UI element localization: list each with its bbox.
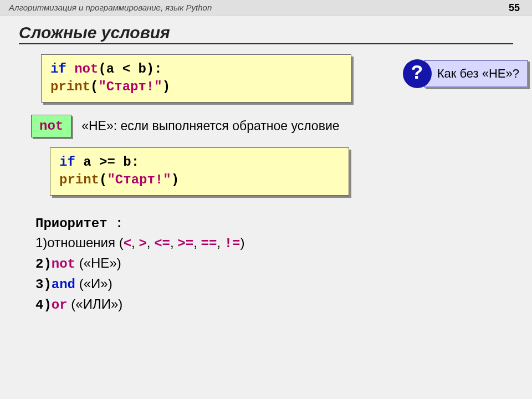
keyword-not: not [74, 62, 98, 76]
fn-print: print [59, 172, 99, 187]
args-open: ( [99, 172, 107, 187]
priority-line-1: 1)отношения (<, >, <=, >=, ==, !=) [35, 233, 513, 254]
p4-num: 4) [35, 298, 52, 313]
kw-and: and [52, 277, 75, 292]
code-block-2: if a >= b: print("Старт!") [50, 147, 349, 196]
op-gt: > [139, 236, 146, 251]
keyword-if: if [59, 155, 75, 170]
not-description: «НЕ»: если выполняется обратное условие [81, 119, 339, 134]
not-badge: not [31, 115, 71, 137]
op-eq: == [201, 236, 217, 251]
string-literal: "Старт!" [98, 79, 162, 94]
op-ge: >= [177, 236, 193, 251]
p3-suffix: («И») [75, 276, 112, 291]
p4-suffix: («ИЛИ») [68, 296, 123, 311]
slide-content: Сложные условия if not(a < b): print("Ст… [0, 16, 532, 315]
page-number: 55 [509, 2, 520, 14]
expr: a >= b: [75, 155, 139, 170]
header-title: Алгоритмизация и программирование, язык … [9, 3, 212, 12]
callout-text: Как без «НЕ»? [424, 60, 528, 88]
op-ne: != [224, 236, 241, 251]
sep: , [193, 235, 201, 250]
args-close: ) [171, 172, 179, 187]
header-bar: Алгоритмизация и программирование, язык … [0, 0, 532, 16]
kw-not: not [52, 257, 75, 272]
sep: , [131, 235, 139, 250]
expr: a < b [106, 62, 146, 76]
paren-open: ( [98, 62, 106, 76]
args-open: ( [90, 79, 98, 94]
kw-or: or [52, 298, 68, 313]
p3-num: 3) [35, 277, 52, 292]
question-icon: ? [403, 59, 432, 88]
sep: , [147, 235, 154, 250]
not-row: not «НЕ»: если выполняется обратное усло… [31, 115, 513, 137]
sep: , [217, 235, 224, 250]
slide-title: Сложные условия [19, 23, 513, 44]
args-close: ) [162, 79, 170, 94]
sep: , [170, 235, 177, 250]
callout: ? Как без «НЕ»? [403, 59, 528, 88]
keyword-if: if [50, 62, 66, 76]
p1-prefix: 1)отношения ( [35, 235, 124, 250]
paren-close: ): [146, 62, 162, 76]
string-literal: "Старт!" [107, 172, 171, 187]
op-lt: < [124, 236, 131, 251]
priority-block: Приоритет : 1)отношения (<, >, <=, >=, =… [35, 214, 513, 315]
priority-line-2: 2)not («НЕ») [35, 254, 513, 274]
p1-suffix: ) [240, 235, 244, 250]
priority-line-3: 3)and («И») [35, 274, 513, 295]
priority-line-4: 4)or («ИЛИ») [35, 295, 513, 315]
priority-title: Приоритет : [35, 214, 513, 234]
p2-suffix: («НЕ») [75, 255, 121, 270]
fn-print: print [50, 79, 90, 94]
op-le: <= [154, 236, 170, 251]
p2-num: 2) [35, 257, 52, 272]
code-block-1: if not(a < b): print("Старт!") ? Как без… [41, 54, 351, 103]
